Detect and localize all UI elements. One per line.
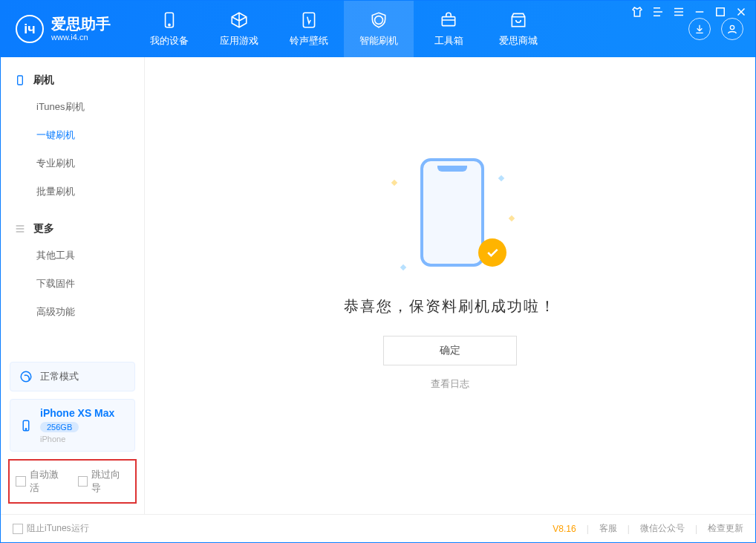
nav-label: 工具箱 [434,34,463,48]
checkbox-auto-activate[interactable]: 自动激活 [16,468,68,495]
svg-point-6 [730,25,734,29]
sidebar-section-more: 更多 [1,216,144,241]
nav-store[interactable]: 爱思商城 [483,1,553,57]
check-badge-icon [478,238,506,267]
sidebar-item-download-firmware[interactable]: 下载固件 [1,270,144,298]
svg-rect-3 [303,13,314,27]
ok-button[interactable]: 确定 [383,336,517,365]
window-controls [630,5,748,19]
nav-label: 应用游戏 [220,34,258,48]
nav-label: 铃声壁纸 [290,34,328,48]
device-capacity: 256GB [40,422,79,432]
svg-point-2 [169,24,170,25]
brand-name: 爱思助手 [51,15,111,33]
svg-point-8 [21,371,31,382]
top-nav: 我的设备 应用游戏 铃声壁纸 智能刷机 工具箱 爱思商城 [134,1,553,57]
list-icon[interactable] [672,5,685,19]
nav-label: 智能刷机 [359,34,398,48]
svg-rect-7 [18,76,23,85]
mode-label: 正常模式 [40,370,79,383]
sidebar-item-batch-flash[interactable]: 批量刷机 [1,178,144,206]
main-content: 恭喜您，保资料刷机成功啦！ 确定 查看日志 [145,57,755,514]
footer: 阻止iTunes运行 V8.16 | 客服 | 微信公众号 | 检查更新 [1,514,755,542]
download-button[interactable] [688,18,711,40]
sidebar-item-other-tools[interactable]: 其他工具 [1,241,144,270]
success-illustration [398,151,502,277]
version-label: V8.16 [553,524,576,534]
minimize-icon[interactable] [693,5,706,19]
phone-icon [420,158,484,267]
nav-label: 爱思商城 [499,34,538,48]
header-right [688,18,755,40]
nav-toolbox[interactable]: 工具箱 [414,1,483,57]
sidebar-item-itunes-flash[interactable]: iTunes刷机 [1,93,144,121]
sidebar-item-one-click-flash[interactable]: 一键刷机 [1,121,144,149]
svg-rect-4 [442,17,454,26]
device-name: iPhone XS Max [40,407,114,419]
mode-card[interactable]: 正常模式 [10,362,135,391]
options-box: 自动激活 跳过向导 [8,459,137,504]
support-link[interactable]: 客服 [599,522,617,535]
svg-rect-0 [717,8,725,16]
menu-icon[interactable] [651,5,665,19]
nav-label: 我的设备 [150,34,189,48]
nav-smart-flash[interactable]: 智能刷机 [344,1,414,57]
svg-point-10 [25,428,27,429]
wechat-link[interactable]: 微信公众号 [640,522,685,535]
checkbox-block-itunes[interactable]: 阻止iTunes运行 [13,522,89,535]
sidebar: 刷机 iTunes刷机 一键刷机 专业刷机 批量刷机 更多 其他工具 下载固件 … [1,57,145,514]
device-type: iPhone [40,435,114,443]
sidebar-section-flash: 刷机 [1,68,144,93]
nav-ringtones[interactable]: 铃声壁纸 [274,1,344,57]
brand-url: www.i4.cn [51,33,111,42]
nav-apps-games[interactable]: 应用游戏 [204,1,274,57]
close-icon[interactable] [734,5,748,19]
logo: iч 爱思助手 www.i4.cn [1,15,126,43]
nav-my-device[interactable]: 我的设备 [134,1,204,57]
logo-icon: iч [16,15,44,43]
sidebar-item-advanced[interactable]: 高级功能 [1,298,144,326]
profile-button[interactable] [721,18,743,40]
app-window: { "brand":{"name":"爱思助手","url":"www.i4.c… [0,0,756,543]
checkbox-skip-guide[interactable]: 跳过向导 [78,468,130,495]
maximize-icon[interactable] [714,5,727,19]
success-message: 恭喜您，保资料刷机成功啦！ [344,296,556,316]
view-log-link[interactable]: 查看日志 [431,377,469,391]
device-card[interactable]: iPhone XS Max 256GB iPhone [10,399,135,452]
shirt-icon[interactable] [630,5,644,19]
svg-rect-5 [512,17,524,27]
check-update-link[interactable]: 检查更新 [708,522,743,535]
sidebar-item-pro-flash[interactable]: 专业刷机 [1,149,144,178]
